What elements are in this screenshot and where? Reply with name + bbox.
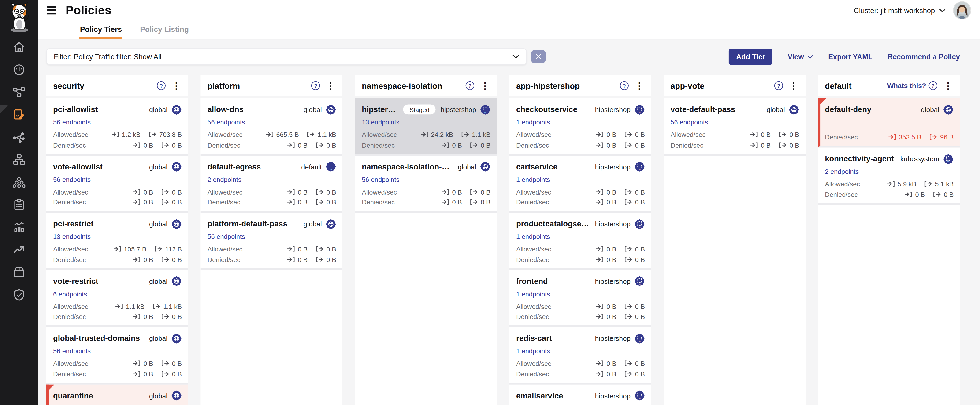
compliance-icon[interactable] xyxy=(12,198,26,211)
scope-icon xyxy=(171,161,182,172)
recommend-policy-button[interactable]: Recommend a Policy xyxy=(888,53,960,60)
egress-arrow-icon xyxy=(929,134,938,140)
kebab-menu-icon[interactable]: ⋮ xyxy=(788,81,800,90)
traffic-label: Allowed/sec xyxy=(516,188,551,196)
endpoints-link[interactable]: 1 endpoints xyxy=(516,118,550,126)
endpoints-link[interactable]: 56 endpoints xyxy=(53,118,91,126)
infrastructure-icon[interactable] xyxy=(12,153,26,166)
policy-card[interactable]: frontend hipstershop ns 1 endpoints Allo… xyxy=(509,270,651,327)
endpoints-link[interactable]: 13 endpoints xyxy=(53,233,91,240)
policy-card[interactable]: konnectivity-agent kube-system ns 2 endp… xyxy=(818,148,960,205)
ingress-arrow-icon xyxy=(266,131,274,137)
policy-card[interactable]: default-egress default ns 2 endpoints Al… xyxy=(200,155,342,212)
policy-card[interactable]: global-trusted-domains global 56 endpoin… xyxy=(46,327,188,384)
ingress-value: 0 B xyxy=(596,188,616,196)
tab-policy-listing[interactable]: Policy Listing xyxy=(139,21,189,39)
policy-card[interactable]: productcatalogservice hipstershop ns 1 e… xyxy=(509,212,651,270)
endpoints-link[interactable]: 56 endpoints xyxy=(362,175,399,183)
content: Filter: Policy Traffic filter: Show All … xyxy=(38,39,980,405)
network-topology-icon[interactable] xyxy=(12,85,26,99)
kebab-menu-icon[interactable]: ⋮ xyxy=(633,81,646,90)
policy-card[interactable]: pci-restrict global 13 endpoints Allowed… xyxy=(46,212,188,270)
ingress-value: 0 B xyxy=(596,360,616,367)
ingress-arrow-icon xyxy=(905,191,913,197)
traffic-row: Allowed/sec0 B0 B xyxy=(207,188,336,196)
policy-card[interactable]: default-deny global Denied/sec353.5 B96 … xyxy=(818,98,960,148)
policy-card[interactable]: pci-allowlist global 56 endpoints Allowe… xyxy=(46,98,188,155)
policy-card[interactable]: checkoutservice hipstershop ns 1 endpoin… xyxy=(509,98,651,155)
menu-icon[interactable] xyxy=(46,5,57,16)
traffic-label: Denied/sec xyxy=(53,198,86,206)
packages-icon[interactable] xyxy=(12,265,26,279)
statistics-icon[interactable] xyxy=(12,220,26,234)
endpoints-link[interactable]: 1 endpoints xyxy=(516,233,550,240)
clear-filter-button[interactable] xyxy=(531,50,546,63)
policy-name: allow-dns xyxy=(207,105,243,114)
endpoints-link[interactable]: 6 endpoints xyxy=(53,290,87,297)
home-icon[interactable] xyxy=(12,40,26,54)
ingress-value: 1.1 kB xyxy=(115,302,145,310)
clusters-icon[interactable] xyxy=(12,175,26,189)
endpoints-link[interactable]: 56 endpoints xyxy=(207,118,245,126)
egress-value: 0 B xyxy=(624,313,645,320)
kebab-menu-icon[interactable]: ⋮ xyxy=(942,81,954,90)
whats-this-link[interactable]: ? xyxy=(154,81,165,90)
sidebar-nav xyxy=(12,40,26,301)
endpoints-link[interactable]: 2 endpoints xyxy=(207,175,242,183)
view-menu-button[interactable]: View xyxy=(788,53,813,60)
policy-card[interactable]: allow-dns global 56 endpoints Allowed/se… xyxy=(200,98,342,155)
endpoints-link[interactable]: 1 endpoints xyxy=(516,347,550,355)
endpoints-link[interactable]: 1 endpoints xyxy=(516,290,550,297)
endpoints-link[interactable]: 1 endpoints xyxy=(516,175,550,183)
endpoints-link[interactable]: 56 endpoints xyxy=(207,233,245,240)
policy-card[interactable]: emailservice hipstershop ns 1 endpoints … xyxy=(509,384,651,405)
tier-app-hipstershop: app-hipstershop ? ⋮ checkoutservice hips… xyxy=(509,75,651,405)
policy-card[interactable]: platform-default-pass global 56 endpoint… xyxy=(200,212,342,270)
egress-arrow-icon xyxy=(154,246,163,252)
policy-card[interactable]: vote-allowlist global 56 endpoints Allow… xyxy=(46,155,188,212)
policy-card[interactable]: vote-default-pass global 56 endpoints Al… xyxy=(663,98,805,155)
endpoints-link[interactable]: 2 endpoints xyxy=(825,167,859,175)
ingress-value: 0 B xyxy=(596,141,616,148)
traffic-stats: Allowed/sec0 B0 BDenied/sec0 B0 B xyxy=(207,245,336,263)
chevron-down-icon xyxy=(512,54,519,59)
ingress-arrow-icon xyxy=(133,370,141,377)
endpoints-link[interactable]: 56 endpoints xyxy=(53,175,91,183)
whats-this-link[interactable]: ? xyxy=(309,81,320,90)
policies-icon[interactable] xyxy=(12,108,26,121)
policy-card[interactable]: hipstershop-gh… Staged hipstershop ns 13… xyxy=(355,98,497,155)
dashboard-icon[interactable] xyxy=(12,62,26,77)
export-yaml-button[interactable]: Export YAML xyxy=(828,53,872,60)
endpoints-link[interactable]: 56 endpoints xyxy=(671,118,708,126)
add-tier-button[interactable]: Add Tier xyxy=(729,48,773,65)
policy-traffic-filter-select[interactable]: Filter: Policy Traffic filter: Show All xyxy=(46,48,527,65)
endpoints-link[interactable]: 56 endpoints xyxy=(53,347,91,355)
endpoints-link[interactable]: 13 endpoints xyxy=(362,118,399,126)
traffic-stats: Allowed/sec105.7 B112 BDenied/sec0 B0 B xyxy=(53,245,182,263)
trends-icon[interactable] xyxy=(12,242,26,257)
kebab-menu-icon[interactable]: ⋮ xyxy=(325,81,337,90)
calico-cat-logo[interactable] xyxy=(5,2,33,33)
whats-this-link[interactable]: ? xyxy=(772,81,783,90)
policy-card[interactable]: vote-restrict global 6 endpoints Allowed… xyxy=(46,270,188,327)
tab-policy-tiers[interactable]: Policy Tiers xyxy=(80,21,123,39)
threat-defense-icon[interactable] xyxy=(12,288,26,301)
kebab-menu-icon[interactable]: ⋮ xyxy=(479,81,491,90)
scope-icon: ns xyxy=(480,104,490,115)
whats-this-link[interactable]: Whats this?? xyxy=(887,81,937,90)
policy-card[interactable]: redis-cart hipstershop ns 1 endpoints Al… xyxy=(509,327,651,384)
user-avatar[interactable] xyxy=(953,1,971,19)
scope-icon xyxy=(480,161,490,172)
traffic-stats: Allowed/sec0 B0 BDenied/sec0 B0 B xyxy=(516,245,645,263)
policy-card[interactable]: cartservice hipstershop ns 1 endpoints A… xyxy=(509,155,651,212)
service-graph-icon[interactable] xyxy=(12,130,26,144)
cluster-selector[interactable]: Cluster: jlt-msft-workshop xyxy=(854,6,945,14)
policy-card[interactable]: namespace-isolation-default-p… global 56… xyxy=(355,155,497,212)
whats-this-link[interactable]: ? xyxy=(463,81,474,90)
scope-label: global xyxy=(458,163,476,171)
whats-this-link[interactable]: ? xyxy=(617,81,628,90)
scope-label: hipstershop xyxy=(441,106,476,113)
kebab-menu-icon[interactable]: ⋮ xyxy=(170,81,183,90)
policy-card[interactable]: quarantine global 0 endpoints xyxy=(46,384,188,405)
svg-text:ns: ns xyxy=(639,169,641,171)
